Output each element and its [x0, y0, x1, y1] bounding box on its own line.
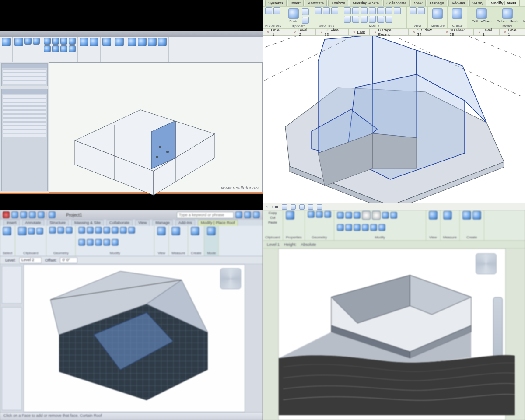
- cut-icon[interactable]: [24, 38, 32, 45]
- tab-view[interactable]: View: [411, 0, 425, 6]
- array-icon[interactable]: [87, 239, 94, 246]
- tab-collaborate[interactable]: Collaborate: [383, 0, 410, 6]
- array-icon[interactable]: [352, 16, 359, 23]
- tab-insert[interactable]: Insert: [288, 0, 304, 6]
- split-icon[interactable]: [60, 38, 67, 45]
- scale-icon[interactable]: [69, 46, 76, 52]
- close-icon[interactable]: ×: [267, 30, 269, 35]
- big-rotate-icon[interactable]: [362, 211, 371, 220]
- tab-structure[interactable]: Structure: [47, 220, 69, 226]
- tab-analyze[interactable]: Analyze: [328, 0, 348, 6]
- join-icon[interactable]: [44, 38, 51, 45]
- tab-manage[interactable]: Manage: [427, 0, 448, 6]
- view-tab[interactable]: ×Level -2: [289, 29, 316, 35]
- sun-path-icon[interactable]: [299, 204, 304, 210]
- view-tab[interactable]: ×Garage Beams: [370, 29, 409, 35]
- tab-modify-mass[interactable]: Modify | Mass: [488, 0, 520, 6]
- mirror-draw-icon[interactable]: [369, 7, 376, 14]
- wall-icon[interactable]: [128, 38, 136, 46]
- tab-massing[interactable]: Massing & Site: [71, 220, 104, 226]
- close-icon[interactable]: ×: [320, 30, 322, 35]
- big-circle-icon[interactable]: [372, 211, 381, 220]
- help-icon[interactable]: [253, 211, 260, 218]
- pin-icon[interactable]: [369, 16, 376, 23]
- mirror-icon[interactable]: [52, 46, 59, 52]
- signin-icon[interactable]: [244, 211, 251, 218]
- scale-icon[interactable]: [95, 239, 102, 246]
- visual-style-icon[interactable]: [290, 204, 296, 210]
- align-icon[interactable]: [344, 7, 351, 14]
- hide-icon[interactable]: [410, 7, 416, 14]
- trim-icon[interactable]: [128, 227, 135, 234]
- cut-label[interactable]: Cut: [270, 216, 275, 220]
- tab-annotate[interactable]: Annotate: [305, 0, 327, 6]
- copy2-icon[interactable]: [103, 227, 110, 234]
- view-tab[interactable]: ×3D View 33: [316, 29, 349, 35]
- create-icon[interactable]: [191, 227, 200, 235]
- offset-input[interactable]: 0' 0": [60, 257, 77, 263]
- save-icon[interactable]: [20, 211, 27, 218]
- view-icon[interactable]: [429, 211, 438, 220]
- create2-icon[interactable]: [472, 211, 481, 220]
- offset-icon[interactable]: [69, 38, 76, 45]
- absolute-select[interactable]: Absolute: [301, 242, 316, 247]
- cope-icon[interactable]: [49, 227, 56, 234]
- search-input[interactable]: [177, 212, 234, 218]
- tab-annotate[interactable]: Annotate: [22, 220, 44, 226]
- paste-icon[interactable]: [18, 227, 27, 235]
- offset-icon[interactable]: [352, 7, 359, 14]
- measure-button[interactable]: [430, 7, 444, 20]
- mirror-icon[interactable]: [382, 212, 389, 219]
- cut-icon[interactable]: [36, 228, 43, 234]
- join-icon[interactable]: [308, 211, 315, 218]
- tab-addins[interactable]: Add-Ins: [448, 0, 468, 6]
- modify-arrow-icon[interactable]: [3, 227, 11, 235]
- rotate-icon[interactable]: [90, 38, 98, 46]
- level-select[interactable]: Level 1: [267, 242, 280, 247]
- tab-vray[interactable]: V-Ray: [469, 0, 486, 6]
- viewport-3d[interactable]: [24, 264, 245, 412]
- door-icon[interactable]: [138, 38, 147, 46]
- properties-icon[interactable]: [2, 38, 10, 46]
- scale-value[interactable]: 1 : 100: [266, 205, 278, 209]
- split-icon[interactable]: [337, 224, 344, 231]
- infocenter-icon[interactable]: [235, 211, 242, 218]
- edit-in-place-button[interactable]: Edit In-Place: [470, 7, 493, 24]
- rotate-icon[interactable]: [112, 227, 119, 234]
- viewport-3d[interactable]: [278, 248, 506, 420]
- scale-icon[interactable]: [354, 224, 360, 231]
- split-icon[interactable]: [344, 16, 351, 23]
- cut-geom-icon[interactable]: [323, 7, 330, 14]
- properties-palette[interactable]: [1, 63, 48, 86]
- project-browser[interactable]: [1, 89, 48, 191]
- tab-systems[interactable]: Systems: [265, 0, 287, 6]
- trim-icon[interactable]: [390, 212, 397, 219]
- move-icon[interactable]: [87, 227, 94, 234]
- tab-modify-place-roof[interactable]: Modify | Place Roof: [198, 220, 238, 226]
- rotate-icon[interactable]: [385, 7, 392, 14]
- viewport-3d[interactable]: [262, 36, 525, 203]
- pick-face-icon[interactable]: [207, 227, 216, 235]
- view-tab[interactable]: ×3D View 35: [441, 29, 474, 35]
- measure-icon[interactable]: [115, 38, 124, 46]
- app-menu-icon[interactable]: [3, 211, 10, 218]
- undo-icon[interactable]: [29, 211, 36, 218]
- close-icon[interactable]: ×: [353, 30, 355, 35]
- shadows-icon[interactable]: [308, 204, 313, 210]
- cope-icon[interactable]: [324, 211, 331, 218]
- close-icon[interactable]: ×: [294, 30, 296, 35]
- view-tab[interactable]: ×East: [349, 29, 370, 35]
- component-icon[interactable]: [158, 38, 167, 46]
- copy-icon[interactable]: [33, 38, 40, 45]
- joingeom-icon[interactable]: [66, 227, 73, 234]
- detail-level-icon[interactable]: [282, 204, 287, 210]
- redo-icon[interactable]: [38, 211, 45, 218]
- override-icon[interactable]: [418, 7, 425, 14]
- trim-icon[interactable]: [394, 7, 401, 14]
- close-icon[interactable]: ×: [446, 30, 448, 35]
- delete-icon[interactable]: [385, 16, 392, 23]
- align-icon[interactable]: [78, 227, 85, 234]
- close-icon[interactable]: ×: [413, 30, 415, 35]
- crop-icon[interactable]: [317, 204, 322, 210]
- close-icon[interactable]: ×: [374, 30, 376, 35]
